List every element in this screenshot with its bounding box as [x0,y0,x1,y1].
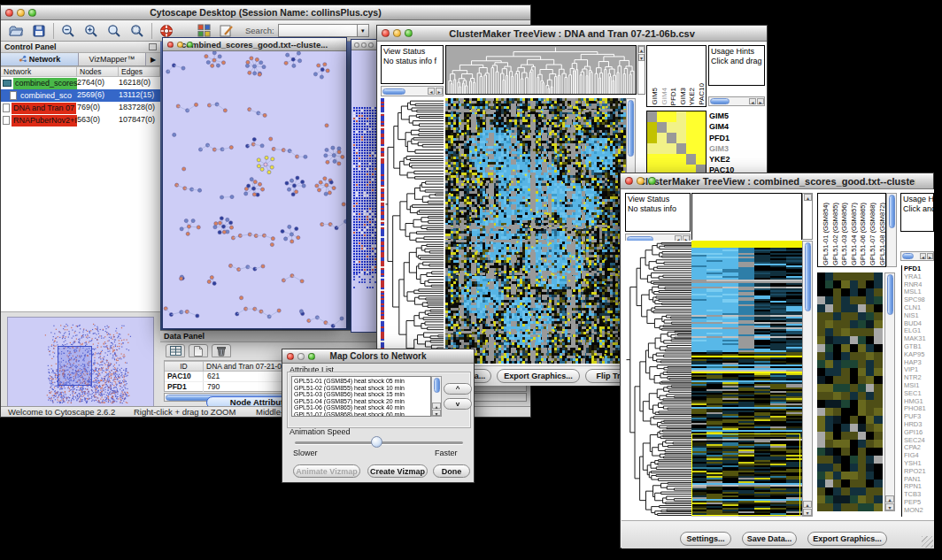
minimize-button[interactable] [17,9,25,17]
similarity-matrix-cell[interactable] [676,154,686,165]
similarity-matrix-cell[interactable] [686,143,696,154]
similarity-matrix-cell[interactable] [657,143,667,154]
attribute-item[interactable]: GPL51-07 (GSM868) heat shock 60 min [294,411,429,417]
open-file-icon[interactable] [4,22,27,40]
similarity-matrix-cell[interactable] [676,111,686,122]
minimize-button[interactable] [177,42,183,48]
float-panel-icon[interactable] [149,43,157,50]
attribute-item[interactable]: GPL51-02 (GSM855) heat shock 10 min [294,385,429,392]
network-canvas-2[interactable] [351,50,379,332]
treeview2-heatmap[interactable] [691,241,802,517]
network-canvas[interactable] [163,51,346,328]
minimize-button[interactable] [297,353,305,360]
similarity-matrix-cell[interactable] [676,122,686,133]
attribute-list-vscrollbar[interactable]: ▴ ▾ [431,376,442,417]
close-button[interactable] [167,42,174,48]
scroll-down-arrow[interactable]: ▾ [432,410,441,416]
hscroll-thumb[interactable] [710,98,730,104]
similarity-matrix-cell[interactable] [667,111,676,122]
treeview1-usage-hscrollbar[interactable]: ◂ ▸ [708,96,765,106]
delete-attribute-trash-icon[interactable] [212,344,231,357]
animate-vizmap-button[interactable]: Animate Vizmap [293,464,360,478]
treeview2-mini-vscroll[interactable]: ▴ [802,193,813,240]
export-graphics-button[interactable]: Export Graphics... [807,532,887,546]
treeview1-status-hscrollbar[interactable]: ◂ ▸ [381,86,444,96]
zoom-fit-icon[interactable] [103,22,126,40]
zoom-button[interactable] [368,42,374,48]
vscroll-thumb[interactable] [628,100,634,157]
search-input[interactable] [278,24,358,37]
scroll-up-arrow[interactable]: ▴ [432,403,441,409]
hscroll-thumb[interactable] [902,253,914,259]
new-attribute-icon[interactable] [189,344,208,357]
network-list-row[interactable]: combined_scores2764(0)16218(0) [1,77,160,89]
attribute-item[interactable]: GPL51-03 (GSM856) heat shock 15 min [294,391,429,398]
close-button[interactable] [382,29,390,37]
similarity-matrix-cell[interactable] [686,122,696,133]
tab-network[interactable]: Network [1,53,79,65]
network-view2-titlebar[interactable] [351,40,379,50]
minimize-button[interactable] [637,177,645,185]
zoom-button[interactable] [648,177,656,185]
treeview2-row-dendrogram[interactable] [625,241,691,517]
similarity-matrix-cell[interactable] [657,122,667,133]
attribute-select-icon[interactable] [166,344,185,357]
scroll-up-arrow[interactable]: ▴ [885,495,894,502]
network-view-titlebar[interactable]: combined_scores_good.txt--cluste... [163,38,346,51]
save-data-button[interactable]: Save Data... [742,532,797,546]
similarity-matrix-cell[interactable] [657,133,667,143]
map-dialog-titlebar[interactable]: Map Colors to Network [282,349,474,364]
zoom-button[interactable] [187,42,193,48]
treeview1-mini-vscroll[interactable]: ▴ ▾ [637,45,645,95]
export-graphics-button[interactable]: Export Graphics... [497,369,580,383]
attribute-item[interactable]: GPL51-04 (GSM857) heat shock 20 min [294,398,429,405]
settings-button[interactable]: Settings... [680,532,731,546]
scroll-down-arrow[interactable]: ▾ [638,54,645,61]
treeview2-zoom-vscrollbar[interactable]: ▴ ▾ [884,272,895,511]
zoom-button[interactable] [28,9,36,17]
vscroll-thumb[interactable] [805,242,811,311]
attribute-item[interactable]: GPL51-06 (GSM865) heat shock 40 min [294,404,429,411]
similarity-matrix-cell[interactable] [657,154,667,165]
hscroll-thumb[interactable] [382,88,405,95]
minimize-button[interactable] [361,42,367,48]
treeview1-row-dendrogram[interactable] [384,98,444,364]
scroll-up-arrow[interactable]: ▴ [803,501,812,508]
scroll-up-arrow[interactable]: ▴ [804,194,812,201]
treeview2-titlebar[interactable]: ClusterMaker TreeView : combined_scores_… [621,173,933,189]
treeview2-usage-hscrollbar[interactable]: ◂ ▸ [900,251,934,261]
done-button[interactable]: Done [433,464,470,478]
vscroll-thumb[interactable] [887,274,893,315]
column-header-nodes[interactable]: Nodes [77,66,119,77]
attribute-list[interactable]: GPL51-01 (GSM854) heat shock 05 minGPL51… [291,376,431,417]
treeview2-heatmap-vscrollbar[interactable]: ▴ ▾ [802,241,813,517]
similarity-matrix-cell[interactable] [686,111,696,122]
similarity-matrix-cell[interactable] [667,143,676,154]
treeview1-titlebar[interactable]: ClusterMaker TreeView : DNA and Tran 07-… [377,26,767,42]
zoom-selected-icon[interactable] [126,22,149,40]
similarity-matrix-cell[interactable] [647,111,657,122]
network-overview-canvas[interactable] [7,317,154,407]
move-down-button[interactable]: v [444,398,472,410]
scroll-down-arrow[interactable]: ▾ [885,503,894,510]
minimize-button[interactable] [393,29,401,37]
scroll-right-arrow[interactable]: ▸ [436,88,443,95]
similarity-matrix-cell[interactable] [667,133,676,143]
similarity-matrix-cell[interactable] [647,154,657,165]
column-header-network[interactable]: Network [1,66,77,77]
main-titlebar[interactable]: Cytoscape Desktop (Session Name: collins… [1,5,530,20]
scroll-left-arrow[interactable]: ◂ [749,98,756,104]
similarity-matrix-cell[interactable] [696,154,706,165]
treeview2-zoom-heatmap[interactable] [817,272,883,511]
similarity-matrix-cell[interactable] [667,122,676,133]
close-button[interactable] [5,9,13,17]
close-button[interactable] [354,42,359,48]
network-list-row[interactable]: combined_sco2569(6)13112(15) [1,89,160,102]
resize-grip[interactable] [922,536,933,548]
treeview1-heatmap[interactable] [445,98,626,364]
column-header-edges[interactable]: Edges [119,66,160,77]
similarity-matrix-cell[interactable] [696,133,706,143]
animation-slider-thumb[interactable] [371,436,382,448]
close-button[interactable] [287,353,294,360]
tab-overflow-arrow[interactable]: ▶ [146,53,160,65]
